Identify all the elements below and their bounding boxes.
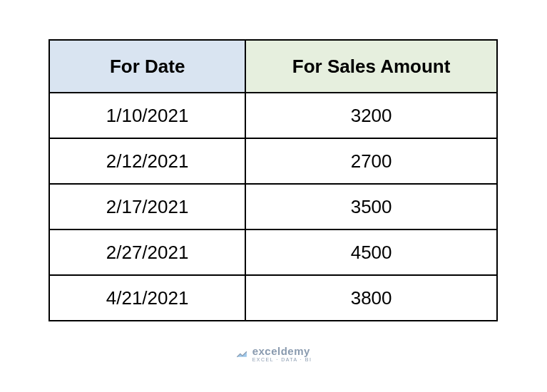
header-row: For Date For Sales Amount — [49, 40, 497, 93]
cell-date: 2/27/2021 — [49, 229, 245, 275]
cell-sales: 4500 — [245, 229, 497, 275]
cell-sales: 3200 — [245, 93, 497, 138]
cell-sales: 3800 — [245, 275, 497, 321]
logo-icon — [235, 348, 248, 361]
table-row: 2/12/2021 2700 — [49, 138, 497, 184]
header-date: For Date — [49, 40, 245, 93]
cell-date: 2/17/2021 — [49, 184, 245, 229]
data-table: For Date For Sales Amount 1/10/2021 3200… — [48, 39, 498, 321]
table-row: 2/27/2021 4500 — [49, 229, 497, 275]
cell-sales: 2700 — [245, 138, 497, 184]
header-sales: For Sales Amount — [245, 40, 497, 93]
cell-sales: 3500 — [245, 184, 497, 229]
table-row: 4/21/2021 3800 — [49, 275, 497, 321]
table-row: 2/17/2021 3500 — [49, 184, 497, 229]
cell-date: 1/10/2021 — [49, 93, 245, 138]
data-table-container: For Date For Sales Amount 1/10/2021 3200… — [48, 39, 498, 321]
cell-date: 4/21/2021 — [49, 275, 245, 321]
cell-date: 2/12/2021 — [49, 138, 245, 184]
watermark-tagline: EXCEL · DATA · BI — [252, 357, 312, 362]
table-row: 1/10/2021 3200 — [49, 93, 497, 138]
watermark-brand: exceldemy — [252, 346, 312, 356]
watermark-text: exceldemy EXCEL · DATA · BI — [252, 346, 312, 362]
watermark: exceldemy EXCEL · DATA · BI — [235, 346, 312, 362]
